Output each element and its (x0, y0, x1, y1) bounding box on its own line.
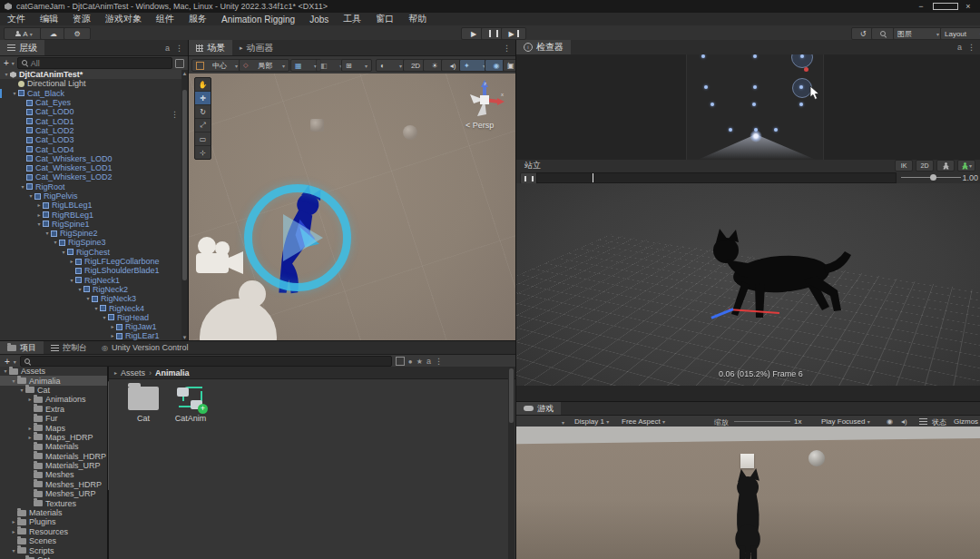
project-folder-item[interactable]: Cat (0, 555, 107, 559)
perspective-label[interactable]: < Persp (466, 121, 494, 130)
layers-dropdown[interactable]: 图层▾ (893, 27, 944, 40)
hierarchy-item[interactable]: RigLShoulderBlade1 (0, 266, 181, 275)
lock-icon[interactable]: a (165, 44, 170, 53)
rect-tool-button[interactable]: ▭ (195, 132, 211, 146)
scene-filter-icon[interactable] (175, 59, 184, 68)
hierarchy-item[interactable]: ▾RigNeck2 (0, 285, 181, 294)
hierarchy-item[interactable]: Cat_LOD3 (0, 135, 181, 144)
expand-arrow-icon[interactable]: ▾ (10, 546, 17, 555)
sphere-prop[interactable] (403, 125, 417, 140)
hierarchy-item[interactable]: Cat_LOD2 (0, 126, 181, 135)
scrollbar-thumb[interactable] (182, 90, 187, 280)
hierarchy-search-input[interactable]: All (17, 57, 172, 69)
step-button[interactable]: ▶ (501, 27, 526, 40)
account-button[interactable]: A ▾ (4, 27, 44, 40)
divider[interactable] (515, 40, 516, 559)
expand-arrow-icon[interactable]: ▸ (35, 201, 43, 210)
divider[interactable] (516, 401, 980, 402)
chevron-down-icon[interactable]: ▾ (14, 358, 16, 365)
hierarchy-item[interactable]: Cat_LOD0 (0, 107, 181, 116)
ik-toggle[interactable]: IK (895, 160, 913, 172)
project-folder-item[interactable]: Extra (0, 405, 107, 414)
hierarchy-item[interactable]: ▾RigSpine2 (0, 229, 181, 238)
hierarchy-item[interactable]: Cat_Whiskers_LOD1 (0, 163, 181, 172)
lock-icon[interactable]: a (957, 43, 962, 52)
light-gizmo-dot[interactable] (750, 130, 762, 142)
expand-arrow-icon[interactable]: ▾ (76, 285, 83, 294)
rotate-tool-button[interactable]: ↻ (195, 105, 211, 119)
project-folder-item[interactable]: Meshes_HDRP (0, 480, 107, 489)
project-folder-item[interactable]: ▸Plugins (0, 517, 107, 526)
project-folder-item[interactable]: ▾Cat (0, 386, 107, 395)
expand-arrow-icon[interactable]: ▸ (109, 331, 116, 340)
menu-item[interactable]: Animation Rigging (214, 15, 302, 25)
cube-prop[interactable] (310, 119, 324, 132)
tab-hierarchy[interactable]: 层级 (0, 40, 44, 55)
scrollbar-thumb[interactable] (509, 368, 514, 423)
settings-button[interactable]: ⚙ (64, 27, 91, 40)
play-focused-dropdown[interactable]: Play Focused ▾ (821, 417, 870, 426)
expand-arrow-icon[interactable]: ▾ (44, 229, 51, 238)
create-button[interactable]: + (4, 58, 9, 68)
scroll-up-icon[interactable]: ▲ (181, 71, 188, 76)
menu-item[interactable]: Jobs (302, 15, 336, 25)
menu-item[interactable]: 编辑 (33, 13, 65, 25)
effector-dot[interactable] (799, 103, 803, 106)
project-folder-item[interactable]: Materials_HDRP (0, 452, 107, 461)
effector-dot[interactable] (799, 85, 803, 89)
scene-orientation-gizmo[interactable]: z x (461, 78, 508, 123)
hierarchy-item[interactable]: ▾RigPelvis (0, 191, 181, 201)
lock-icon[interactable]: a (426, 357, 431, 366)
expand-arrow-icon[interactable]: ▾ (2, 367, 9, 376)
hierarchy-item[interactable]: Cat_Whiskers_LOD0 (0, 154, 181, 163)
global-search-button[interactable] (871, 27, 895, 40)
project-folder-item[interactable]: ▾Assets (0, 367, 107, 376)
hierarchy-item[interactable]: ▾RigSpine1 (0, 220, 181, 229)
hierarchy-item[interactable]: ▾RigNeck3 (0, 294, 181, 303)
project-folder-item[interactable]: ▸Resources (0, 527, 107, 536)
expand-arrow-icon[interactable]: ▾ (3, 70, 10, 79)
tab-animator[interactable]: ▸ 动画器 (232, 40, 281, 55)
hierarchy-item[interactable]: ▸RigLFLegCollarbone (0, 257, 181, 266)
project-folder-item[interactable]: Fur (0, 414, 107, 423)
expand-arrow-icon[interactable]: ▾ (93, 304, 100, 313)
expand-arrow-icon[interactable]: ▾ (84, 294, 92, 303)
capture-icon[interactable]: ◉ (887, 417, 893, 426)
project-folder-item[interactable]: ▾Animalia (0, 376, 107, 385)
project-folder-item[interactable]: Materials (0, 442, 107, 451)
display-target-dropdown[interactable]: ▾ (562, 419, 564, 426)
hierarchy-item[interactable]: ▸RigRBLeg1 (0, 210, 181, 219)
tab-project[interactable]: 项目 (0, 341, 44, 354)
project-folder-item[interactable]: ▸Maps (0, 423, 107, 432)
hierarchy-item[interactable]: ▾RigRoot (0, 182, 181, 191)
project-folder-item[interactable]: Meshes (0, 470, 107, 479)
effector-dot[interactable] (710, 103, 714, 106)
menu-item[interactable]: 资源 (65, 13, 98, 25)
expand-arrow-icon[interactable]: ▾ (27, 191, 34, 201)
camera-gizmo[interactable] (189, 233, 249, 284)
game-viewport[interactable] (516, 427, 980, 559)
rig-preview-area[interactable] (516, 54, 980, 160)
breadcrumb-current[interactable]: Animalia (155, 368, 190, 378)
project-folder-item[interactable]: ▾Scripts (0, 545, 107, 554)
expand-arrow-icon[interactable]: ▸ (109, 322, 116, 331)
scene-options-icon[interactable]: ⋮ (171, 110, 179, 119)
project-folder-item[interactable]: Materials_URP (0, 461, 107, 470)
project-folder-item[interactable]: Scenes (0, 536, 107, 545)
zoom-slider[interactable] (734, 421, 790, 422)
move-snap-button[interactable]: ⊞▾ (341, 59, 372, 72)
gizmos-button[interactable]: Gizmos (954, 417, 978, 426)
asset-folder-cat[interactable]: Cat (123, 387, 163, 423)
display-dropdown[interactable]: Display 1 ▾ (574, 417, 609, 426)
project-folder-item[interactable]: Textures (0, 498, 107, 507)
divider[interactable] (0, 340, 515, 341)
expand-arrow-icon[interactable]: ▾ (60, 248, 67, 257)
tab-inspector[interactable]: i 检查器 (516, 40, 571, 54)
menu-item[interactable]: 服务 (181, 13, 214, 25)
panel-menu-icon[interactable]: ⋮ (967, 43, 975, 52)
panel-menu-icon[interactable]: ⋮ (503, 44, 511, 53)
animation-preview-viewport[interactable]: 0.06 (015.2%) Frame 6 (516, 183, 980, 386)
mute-audio-icon[interactable]: ◂) (901, 417, 907, 426)
hierarchy-item[interactable]: ▾RigSpine3 (0, 238, 181, 247)
hierarchy-item[interactable]: Cat_Eyes (0, 98, 181, 107)
